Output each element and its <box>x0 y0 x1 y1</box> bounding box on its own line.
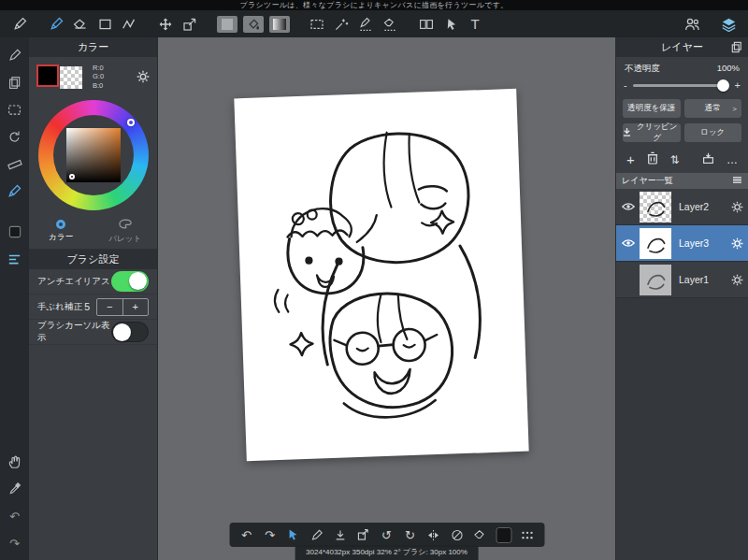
lock-button[interactable]: ロック <box>684 123 742 142</box>
blend-mode-label: 通常 <box>705 103 721 114</box>
toggle-knob <box>129 272 147 290</box>
layer-name: Layer2 <box>679 201 726 212</box>
antialias-toggle[interactable] <box>111 271 149 292</box>
clipping-label: クリッピング <box>634 122 681 144</box>
undo-icon[interactable]: ↶ <box>235 524 258 546</box>
primary-color-swatch[interactable] <box>36 65 59 87</box>
delete-layer-icon[interactable] <box>647 151 658 167</box>
fill-gradient-button[interactable] <box>269 16 290 33</box>
color-swatch-row: R:0 G:0 B:0 <box>29 57 157 96</box>
layer-name: Layer3 <box>679 237 726 249</box>
select-rect-tool-icon[interactable] <box>305 13 329 36</box>
toggle-knob <box>113 323 131 341</box>
brush-cursor-toggle[interactable] <box>111 322 149 342</box>
text-tool-icon[interactable]: T <box>463 13 487 36</box>
pencil-icon[interactable] <box>305 524 328 546</box>
add-layer-icon[interactable]: + <box>626 151 635 167</box>
layer-more-icon[interactable]: … <box>726 153 738 166</box>
line-tool-icon[interactable] <box>117 13 141 36</box>
opacity-slider-row: - + <box>616 77 748 96</box>
fill-bucket-button[interactable] <box>243 16 264 33</box>
layer-settings-gear-icon[interactable] <box>726 274 748 286</box>
visibility-eye-icon[interactable] <box>616 238 640 248</box>
flip-horizontal-icon[interactable] <box>422 524 445 546</box>
eyedropper-icon[interactable] <box>5 480 25 498</box>
rotate-ccw-icon[interactable]: ↺ <box>375 524 398 546</box>
pages-icon[interactable] <box>5 73 25 92</box>
material-button[interactable] <box>492 524 515 546</box>
protect-alpha-button[interactable]: 透明度を保護 <box>623 99 681 118</box>
blend-mode-button[interactable]: 通常 > <box>684 99 742 118</box>
color-panel: カラー R:0 G:0 B:0 <box>29 37 158 560</box>
select-pen-tool-icon[interactable] <box>353 13 378 36</box>
corner-brush-icon[interactable] <box>7 13 32 36</box>
layer-list-title-bar: レイヤー一覧 <box>616 173 748 189</box>
layer-settings-gear-icon[interactable] <box>726 237 748 250</box>
color-settings-gear-icon[interactable] <box>137 70 150 83</box>
brush-tool-icon[interactable] <box>44 13 68 36</box>
opacity-slider[interactable] <box>633 84 729 87</box>
shape-tool-icon[interactable] <box>93 13 117 36</box>
fill-solid-button[interactable] <box>217 16 237 33</box>
clear-icon[interactable] <box>468 524 492 546</box>
sv-selector-dot[interactable] <box>69 174 75 179</box>
opacity-row: 不透明度 100% <box>616 57 748 77</box>
hand-tool-icon[interactable] <box>5 452 25 471</box>
color-wheel[interactable] <box>38 100 149 210</box>
select-eraser-tool-icon[interactable] <box>378 13 402 36</box>
stabilization-plus-button[interactable]: + <box>123 299 149 315</box>
redo-icon[interactable]: ↷ <box>258 524 281 546</box>
export-icon[interactable] <box>352 524 375 546</box>
rotate-canvas-icon[interactable] <box>5 127 25 146</box>
secondary-color-swatch[interactable] <box>60 66 82 89</box>
layer-row-layer3-selected[interactable]: Layer3 <box>616 225 748 262</box>
pen-tool-icon[interactable] <box>5 46 25 65</box>
opacity-minus-button[interactable]: - <box>624 79 627 91</box>
saturation-value-square[interactable] <box>66 128 121 182</box>
share-people-icon[interactable] <box>680 13 704 36</box>
layer-thumbnail <box>640 228 671 259</box>
list-panel-icon[interactable] <box>5 250 25 268</box>
tab-color[interactable]: カラー <box>29 214 94 249</box>
layer-panel-duplicate-icon[interactable] <box>731 41 742 53</box>
layer-settings-gear-icon[interactable] <box>726 201 748 213</box>
opacity-label: 不透明度 <box>625 63 660 75</box>
snap-tool-icon[interactable] <box>439 13 463 36</box>
layers-panel-icon[interactable] <box>716 13 741 36</box>
eraser-tool-icon[interactable] <box>68 13 93 36</box>
panel-toggle-icon[interactable] <box>5 223 25 241</box>
hide-display-icon[interactable] <box>445 524 468 546</box>
opacity-plus-button[interactable]: + <box>735 79 741 91</box>
move-tool-icon[interactable] <box>153 13 178 36</box>
canvas-status-bar: 3024*4032px 350dpi 32% 2° ブラシ: 30px 100% <box>295 545 479 560</box>
opacity-slider-knob[interactable] <box>717 79 729 92</box>
stabilization-minus-button[interactable]: − <box>97 299 123 315</box>
canvas-paper[interactable] <box>234 89 528 461</box>
toolbar-drag-handle[interactable] <box>515 524 539 546</box>
stabilization-stepper: 5 − + <box>84 298 149 316</box>
paint-brush-icon[interactable] <box>5 181 25 200</box>
layer-row-layer1[interactable]: Layer1 <box>616 262 748 298</box>
chevron-right-icon: > <box>732 105 737 113</box>
transform-tool-icon[interactable] <box>178 13 202 36</box>
merge-layer-icon[interactable] <box>702 152 714 167</box>
layer-row-layer2[interactable]: Layer2 <box>616 189 748 225</box>
hue-selector-dot[interactable] <box>127 119 135 126</box>
rgb-readout: R:0 G:0 B:0 <box>93 64 104 91</box>
strip-undo-icon[interactable]: ↶ <box>5 507 25 525</box>
canvas-area[interactable]: ↶ ↷ ↺ ↻ 3024*4032px 350dpi 32% 2° ブラシ: 3… <box>158 37 615 560</box>
quick-select-icon[interactable] <box>281 524 305 546</box>
layer-thumbnail <box>640 192 671 223</box>
visibility-eye-icon[interactable] <box>616 202 640 211</box>
clipping-button[interactable]: クリッピング <box>623 123 681 142</box>
tab-palette[interactable]: パレット <box>94 214 158 249</box>
reorder-layers-icon[interactable]: ⇅ <box>670 153 680 166</box>
strip-redo-icon[interactable]: ↷ <box>5 534 25 553</box>
ruler-icon[interactable] <box>5 154 25 173</box>
magic-wand-tool-icon[interactable] <box>329 13 353 36</box>
layer-list-menu-icon[interactable] <box>732 176 742 186</box>
rotate-cw-icon[interactable]: ↻ <box>398 524 422 546</box>
split-canvas-icon[interactable] <box>414 13 439 36</box>
select-icon[interactable] <box>5 100 25 119</box>
save-download-icon[interactable] <box>328 524 352 546</box>
